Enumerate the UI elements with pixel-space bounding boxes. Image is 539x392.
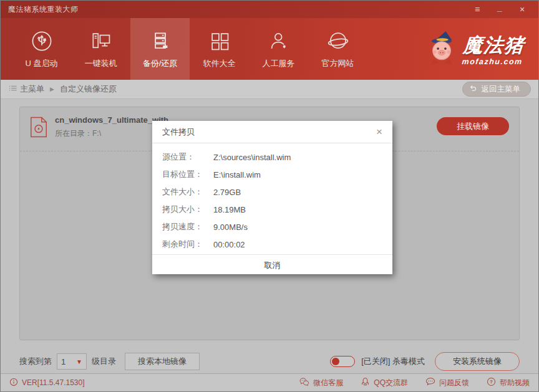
- dialog-row-target: 目标位置： E:\install.wim: [152, 166, 392, 183]
- search-depth-prefix: 搜索到第: [19, 356, 52, 367]
- antivirus-toggle[interactable]: [330, 356, 355, 367]
- dialog-row-time-remaining: 剩余时间： 00:00:02: [152, 236, 392, 253]
- menu-icon[interactable]: ≡: [472, 5, 482, 14]
- pig-mascot-icon: [425, 30, 458, 69]
- nav-item-software[interactable]: 软件大全: [190, 18, 249, 80]
- search-depth-select[interactable]: 1 ▼: [57, 353, 87, 370]
- list-icon: [8, 84, 17, 95]
- nav-item-label: U 盘启动: [26, 58, 58, 69]
- svg-text:?: ?: [490, 379, 493, 385]
- globe-icon: [326, 29, 350, 53]
- footer-link-feedback[interactable]: 问题反馈: [425, 377, 469, 388]
- window-controls: ≡ _ ×: [472, 5, 531, 14]
- nav-item-label: 官方网站: [322, 58, 354, 69]
- minimize-icon[interactable]: _: [495, 3, 505, 12]
- brand-logo: 魔法猪 mofazhu.com: [425, 18, 525, 80]
- iso-disc-icon: [30, 117, 47, 140]
- footer-link-qq[interactable]: QQ交流群: [361, 377, 408, 388]
- bottom-controls: 搜索到第 1 ▼ 级目录 搜索本地镜像 [已关闭] 杀毒模式 安装系统镜像: [19, 351, 520, 371]
- titlebar: 魔法猪系统重装大师 ≡ _ ×: [1, 1, 538, 18]
- nav-item-label: 一键装机: [85, 58, 117, 69]
- breadcrumb-separator-icon: ▶: [50, 86, 54, 92]
- dialog-title: 文件拷贝: [162, 127, 195, 138]
- dialog-row-file-size: 文件大小： 2.79GB: [152, 183, 392, 201]
- dialog-row-copied-size: 拷贝大小： 18.19MB: [152, 201, 392, 218]
- mount-image-button[interactable]: 挂载镜像: [437, 117, 509, 135]
- app-window: 魔法猪系统重装大师 ≡ _ × U 盘启动: [0, 0, 539, 392]
- backup-restore-icon: [148, 29, 172, 53]
- install-system-image-button[interactable]: 安装系统镜像: [435, 352, 520, 371]
- apps-grid-icon: [208, 29, 231, 53]
- breadcrumb-root[interactable]: 主菜单: [20, 84, 44, 95]
- cancel-button[interactable]: 取消: [246, 257, 299, 274]
- wechat-icon: [299, 377, 309, 388]
- nav-item-label: 人工服务: [263, 58, 295, 69]
- footer-link-help[interactable]: ? 帮助视频: [487, 377, 530, 388]
- dialog-close-icon[interactable]: ×: [376, 127, 382, 137]
- file-copy-dialog: 文件拷贝 × 源位置： Z:\sources\install.wim 目标位置：…: [152, 121, 392, 274]
- undo-arrow-icon: [469, 84, 477, 95]
- nav-item-label: 备份/还原: [143, 58, 178, 69]
- footer-bar: VER[11.5.47.1530] 微信客服: [1, 373, 538, 391]
- back-to-main-menu-button[interactable]: 返回主菜单: [462, 82, 532, 97]
- toggle-knob: [332, 358, 339, 365]
- dialog-row-copy-speed: 拷贝速度： 9.00MB/s: [152, 218, 392, 236]
- brand-domain: mofazhu.com: [462, 57, 524, 66]
- dialog-row-source: 源位置： Z:\sources\install.wim: [152, 148, 392, 166]
- antivirus-mode-label: [已关闭] 杀毒模式: [361, 356, 425, 367]
- chevron-down-icon: ▼: [76, 358, 82, 365]
- nav-item-usb-boot[interactable]: U 盘启动: [12, 18, 71, 80]
- help-icon: ?: [487, 377, 496, 388]
- customer-service-icon: [267, 29, 291, 53]
- nav-item-one-click-install[interactable]: 一键装机: [71, 18, 130, 80]
- search-depth-suffix: 级目录: [92, 356, 116, 367]
- info-icon: [9, 378, 18, 388]
- nav-item-service[interactable]: 人工服务: [249, 18, 308, 80]
- nav-item-website[interactable]: 官方网站: [308, 18, 367, 80]
- breadcrumb-bar: 主菜单 ▶ 自定义镜像还原 返回主菜单: [1, 80, 538, 99]
- search-depth-value: 1: [61, 357, 66, 366]
- usb-icon: [30, 29, 54, 53]
- version-text: VER[11.5.47.1530]: [22, 378, 85, 387]
- close-icon[interactable]: ×: [517, 5, 527, 14]
- window-title: 魔法猪系统重装大师: [8, 4, 79, 15]
- nav-bar: U 盘启动 一键装机 备份/还原: [1, 18, 538, 80]
- version-info[interactable]: VER[11.5.47.1530]: [9, 378, 85, 388]
- feedback-icon: [425, 377, 435, 388]
- brand-name: 魔法猪: [462, 32, 526, 59]
- breadcrumb-current: 自定义镜像还原: [60, 84, 117, 95]
- nav-item-backup-restore[interactable]: 备份/还原: [130, 18, 190, 80]
- qq-icon: [361, 377, 370, 388]
- search-local-images-button[interactable]: 搜索本地镜像: [125, 353, 200, 370]
- pc-icon: [89, 29, 113, 53]
- nav-item-label: 软件大全: [203, 58, 236, 69]
- footer-link-wechat[interactable]: 微信客服: [299, 377, 343, 388]
